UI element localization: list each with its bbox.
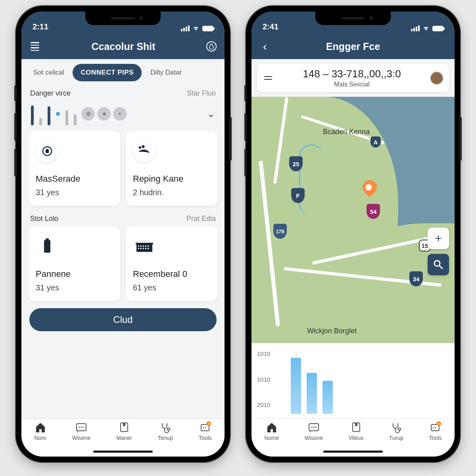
avatar[interactable] bbox=[430, 71, 443, 85]
back-icon[interactable]: ‹ bbox=[259, 41, 271, 52]
home-indicator[interactable] bbox=[93, 451, 153, 453]
shield-34[interactable]: 34 bbox=[409, 271, 423, 286]
page-title: Ccacolur Shit bbox=[91, 41, 155, 52]
section-header-1: Danger virce Star Fluo bbox=[29, 87, 217, 101]
card-recemberal[interactable]: Recemberal 0 61 yes bbox=[126, 226, 217, 301]
nav-tenup[interactable]: Tenup bbox=[158, 422, 173, 457]
nav-wisone[interactable]: Wisone bbox=[305, 422, 323, 457]
shield-f[interactable]: F bbox=[291, 188, 305, 203]
card-sub: 61 yes bbox=[133, 283, 210, 292]
shield-54[interactable]: 54 bbox=[367, 204, 380, 219]
chip-icon-2[interactable]: ✦ bbox=[97, 107, 111, 121]
svg-rect-3 bbox=[46, 238, 49, 240]
shield-a[interactable]: A bbox=[370, 136, 381, 148]
drop-icon[interactable] bbox=[206, 41, 217, 52]
notch bbox=[85, 12, 161, 25]
chart-panel: 1010 1010 2010 bbox=[251, 343, 455, 418]
chat-icon bbox=[75, 422, 87, 433]
map[interactable]: Bcaderi Kenna Wickjon Borglet 25 F 178 5… bbox=[251, 97, 455, 343]
tab-connect[interactable]: CONNECT PIPS bbox=[73, 64, 142, 81]
nav-wisene[interactable]: Wisene bbox=[72, 422, 91, 457]
section-left: Stot Lolo bbox=[30, 215, 58, 223]
svg-rect-1 bbox=[46, 149, 49, 153]
svg-rect-12 bbox=[140, 248, 142, 249]
app-header: Ccacolur Shit bbox=[21, 34, 225, 59]
signal-icon bbox=[411, 25, 420, 31]
card-title: Pannene bbox=[36, 269, 113, 279]
card-title: MasSerade bbox=[36, 174, 113, 184]
svg-point-32 bbox=[398, 428, 401, 430]
map-label-bottom: Wickjon Borglet bbox=[307, 327, 357, 335]
svg-rect-2 bbox=[44, 240, 50, 253]
svg-rect-5 bbox=[136, 243, 153, 244]
home-indicator[interactable] bbox=[323, 451, 383, 453]
chat-icon bbox=[308, 422, 320, 433]
zoom-in-button[interactable]: + bbox=[428, 228, 449, 249]
phone-right: 2:41 ‹ Engger Fce 148 – 33-718,,00,,3:0 … bbox=[246, 6, 460, 462]
wifi-icon bbox=[192, 25, 200, 31]
stetho-icon bbox=[390, 422, 402, 433]
signal-icon bbox=[181, 25, 190, 31]
nav-nome[interactable]: Nome bbox=[264, 422, 279, 457]
equalizer-row[interactable]: ✲ ✦ + ⌄ bbox=[29, 101, 217, 131]
stars-icon bbox=[133, 140, 156, 163]
tab-bar: Sot celical CONNECT PIPS Dilty Datar bbox=[21, 59, 225, 86]
chart-y-axis: 1010 1010 2010 bbox=[257, 348, 270, 414]
svg-rect-14 bbox=[145, 248, 146, 249]
svg-point-21 bbox=[167, 428, 170, 430]
card-title: Recemberal 0 bbox=[133, 269, 210, 279]
clud-button[interactable]: Clud bbox=[29, 308, 217, 331]
tab-dilty[interactable]: Dilty Datar bbox=[145, 65, 187, 81]
svg-rect-13 bbox=[143, 248, 144, 249]
bookmark-icon bbox=[118, 422, 130, 433]
svg-point-29 bbox=[313, 426, 314, 428]
shield-178[interactable]: 178 bbox=[273, 224, 287, 239]
svg-point-28 bbox=[311, 426, 312, 428]
section-right[interactable]: Prat Edia bbox=[186, 215, 216, 223]
section-right[interactable]: Star Fluo bbox=[187, 89, 216, 98]
building-icon bbox=[133, 235, 156, 258]
status-time: 2:11 bbox=[33, 22, 48, 31]
power-icon bbox=[36, 140, 59, 163]
nav-tools[interactable]: • Tools bbox=[429, 422, 442, 457]
nav-turup[interactable]: Turup bbox=[389, 422, 403, 457]
svg-point-34 bbox=[433, 427, 434, 428]
status-time: 2:41 bbox=[263, 22, 278, 31]
svg-rect-11 bbox=[138, 248, 139, 249]
svg-rect-8 bbox=[143, 246, 144, 247]
nav-tools[interactable]: • Tools bbox=[199, 422, 212, 457]
card-pannene[interactable]: Pannene 31 yes bbox=[29, 226, 120, 301]
section-left: Danger virce bbox=[30, 89, 71, 98]
nav-nore[interactable]: Nore bbox=[34, 422, 46, 457]
app-header: ‹ Engger Fce bbox=[251, 34, 455, 59]
section-header-2: Stot Lolo Prat Edia bbox=[29, 212, 217, 226]
map-label-top: Bcaderi Kenna bbox=[323, 128, 370, 136]
svg-point-24 bbox=[205, 427, 206, 428]
card-sub: 31 yes bbox=[36, 188, 113, 197]
svg-point-30 bbox=[315, 426, 316, 428]
svg-rect-9 bbox=[145, 246, 146, 247]
nav-badge: • bbox=[206, 421, 211, 426]
wifi-icon bbox=[422, 25, 430, 31]
svg-rect-15 bbox=[148, 248, 149, 249]
notch bbox=[315, 12, 391, 25]
svg-point-35 bbox=[435, 427, 436, 428]
card-sub: 31 yes bbox=[36, 283, 113, 292]
shield-25[interactable]: 25 bbox=[289, 156, 303, 171]
tab-sot[interactable]: Sot celical bbox=[28, 65, 69, 81]
menu-icon[interactable] bbox=[263, 73, 274, 84]
bookmark-icon bbox=[350, 422, 362, 433]
chip-icon-3[interactable]: + bbox=[113, 107, 127, 121]
chevron-down-icon[interactable]: ⌄ bbox=[207, 108, 215, 119]
svg-point-19 bbox=[83, 426, 84, 428]
menu-icon[interactable] bbox=[29, 41, 40, 52]
card-reping[interactable]: Reping Kane 2 hudrin. bbox=[126, 131, 217, 206]
card-sub: 2 hudrin. bbox=[133, 188, 210, 197]
stetho-icon bbox=[159, 422, 171, 433]
chip-icon-1[interactable]: ✲ bbox=[81, 107, 95, 121]
battery-icon bbox=[36, 235, 59, 258]
card-masserade[interactable]: MasSerade 31 yes bbox=[29, 131, 120, 206]
svg-rect-6 bbox=[138, 246, 139, 247]
svg-rect-7 bbox=[140, 246, 142, 247]
locate-button[interactable] bbox=[428, 254, 449, 275]
